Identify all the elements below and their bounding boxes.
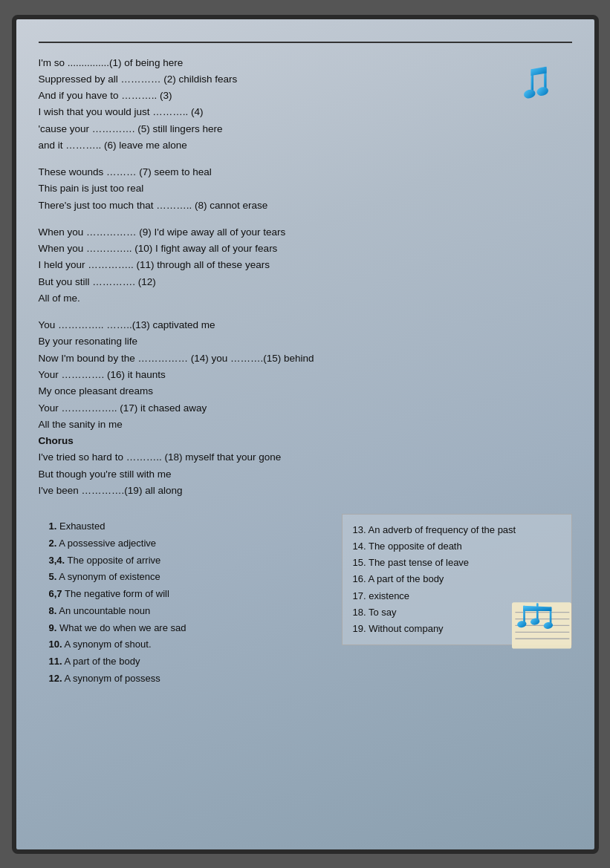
lyrics-line: 'cause your …………. (5) still lingers here (39, 121, 572, 137)
lyrics-line: And if you have to ……….. (3) (39, 88, 572, 104)
lyrics-line: But though you're still with me (39, 466, 572, 483)
hint-item-left: 12. A synonym of possess (46, 670, 327, 688)
lyrics-line: I've been ………….(19) all along (39, 483, 572, 499)
lyrics-line: Chorus (39, 433, 572, 449)
lyrics-line: There's just too much that ……….. (8) can… (39, 198, 572, 214)
page: I'm so ...............(1) of being hereS… (12, 15, 599, 854)
hint-item-right: 15. The past tense of leave (353, 555, 561, 571)
hint-item-left: 11. A part of the body (46, 653, 327, 670)
lyrics-paragraph: When you …………… (9) I'd wipe away all of … (39, 224, 572, 307)
lyrics-line: But you still …………. (12) (39, 274, 572, 290)
lyrics-line: and it ……….. (6) leave me alone (39, 137, 572, 154)
lyrics-line: Your …………. (16) it haunts (39, 367, 572, 383)
lyrics-line: My once pleasant dreams (39, 383, 572, 399)
lyrics-line: All of me. (39, 290, 572, 307)
lyrics-line: All the sanity in me (39, 417, 572, 433)
lyrics-line: When you …………… (9) I'd wipe away all of … (39, 224, 572, 241)
hints-section: 1. Exhausted2. A possessive adjective3,4… (39, 514, 572, 688)
hints-list-left: 1. Exhausted2. A possessive adjective3,4… (39, 518, 327, 688)
lyrics-line: Your …………….. (17) it chased away (39, 400, 572, 417)
hint-item-right: 14. The opposite of death (353, 538, 561, 555)
lyrics-line: I wish that you would just ……….. (4) (39, 104, 572, 120)
lyrics-paragraph: These wounds ……… (7) seem to healThis pa… (39, 164, 572, 214)
lyrics-line: When you ………….. (10) I fight away all of… (39, 241, 572, 257)
lyrics-line: I've tried so hard to ……….. (18) myself … (39, 449, 572, 466)
header-bold-title (39, 39, 572, 43)
hint-item-left: 2. A possessive adjective (46, 535, 327, 552)
lyrics-section: I'm so ...............(1) of being hereS… (39, 55, 572, 500)
lyrics-line: You ………….. ……..(13) captivated me (39, 317, 572, 333)
content: I'm so ...............(1) of being hereS… (39, 39, 572, 688)
hint-item-left: 6,7 The negative form of will (46, 586, 327, 603)
lyrics-paragraph: You ………….. ……..(13) captivated meBy your… (39, 317, 572, 499)
hints-left: 1. Exhausted2. A possessive adjective3,4… (39, 514, 327, 688)
lyrics-line: Now I'm bound by the …………… (14) you ……….… (39, 350, 572, 367)
lyrics-line: This pain is just too real (39, 180, 572, 197)
hint-item-left: 5. A synonym of existence (46, 569, 327, 586)
hint-item-left: 1. Exhausted (46, 518, 327, 535)
lyrics-line: I'm so ...............(1) of being here (39, 55, 572, 71)
lyrics-paragraph: I'm so ...............(1) of being hereS… (39, 55, 572, 154)
music-note-bottom-icon (508, 593, 575, 652)
lyrics-line: I held your ………….. (11) through all of t… (39, 257, 572, 273)
lyrics-line: Suppressed by all ………… (2) childish fear… (39, 71, 572, 88)
lyrics-line: These wounds ……… (7) seem to heal (39, 164, 572, 180)
hint-item-right: 13. An adverb of frequency of the past (353, 522, 561, 538)
hint-item-left: 8. An uncountable noun (46, 603, 327, 620)
hints-right: 13. An adverb of frequency of the past14… (342, 514, 572, 645)
hint-item-right: 16. A part of the body (353, 571, 561, 587)
hint-item-left: 9. What we do when we are sad (46, 620, 327, 637)
hint-item-left: 3,4. The opposite of arrive (46, 552, 327, 570)
hint-item-left: 10. A synonym of shout. (46, 636, 327, 653)
lyrics-line: By your resonating life (39, 333, 572, 350)
